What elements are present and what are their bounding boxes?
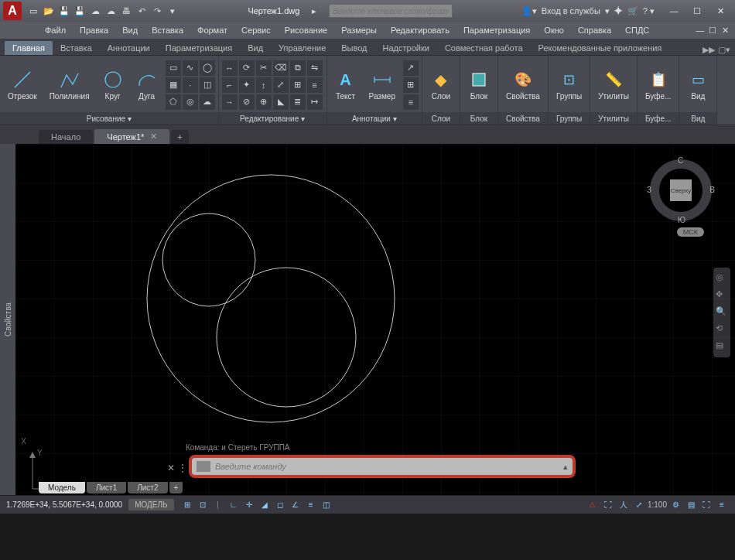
viewcube-south[interactable]: Ю bbox=[678, 216, 685, 224]
filetab-drawing1[interactable]: Чертеж1*✕ bbox=[94, 129, 169, 144]
properties-button[interactable]: 🎨Свойства bbox=[501, 67, 545, 102]
annotation-visibility-icon[interactable]: 人 bbox=[617, 498, 631, 512]
mtext-icon[interactable]: ≡ bbox=[403, 94, 419, 110]
groups-button[interactable]: ⊡Группы bbox=[552, 67, 586, 102]
annotation-autoscale-icon[interactable]: ⤢ bbox=[632, 498, 646, 512]
annotation-monitor-icon[interactable]: ⚠ bbox=[586, 498, 600, 512]
line-button[interactable]: Отрезок bbox=[3, 67, 42, 102]
arc-button[interactable]: Дуга bbox=[132, 67, 162, 102]
rotate-icon[interactable]: ⟳ bbox=[239, 60, 255, 76]
grid-toggle-icon[interactable]: ⊞ bbox=[180, 498, 194, 512]
rect-icon[interactable]: ▭ bbox=[166, 60, 181, 76]
ortho-toggle-icon[interactable]: ∟ bbox=[227, 498, 241, 512]
utilities-button[interactable]: 📏Утилиты bbox=[593, 67, 634, 102]
polyline-button[interactable]: Полилиния bbox=[45, 67, 94, 102]
panel-props-title[interactable]: Свойства bbox=[498, 112, 548, 125]
scale-icon[interactable]: ⤢ bbox=[273, 77, 289, 93]
explode-icon[interactable]: ✦ bbox=[239, 77, 255, 93]
align-icon[interactable]: ≣ bbox=[290, 94, 306, 110]
menu-edit[interactable]: Правка bbox=[74, 24, 115, 36]
ribbon-tab-output[interactable]: Вывод bbox=[333, 41, 374, 55]
menu-draw[interactable]: Рисование bbox=[279, 24, 333, 36]
erase-icon[interactable]: ⌫ bbox=[273, 60, 289, 76]
menu-insert[interactable]: Вставка bbox=[145, 24, 190, 36]
offset-icon[interactable]: ≡ bbox=[307, 77, 323, 93]
donut-icon[interactable]: ◎ bbox=[183, 94, 198, 110]
panel-draw-title[interactable]: Рисование ▾ bbox=[0, 112, 218, 125]
ribbon-tab-parametric[interactable]: Параметризация bbox=[158, 41, 240, 55]
search-input[interactable] bbox=[329, 4, 453, 18]
block-button[interactable]: Блок bbox=[463, 67, 494, 102]
qat-dropdown-icon[interactable]: ▾ bbox=[166, 4, 179, 18]
layers-button[interactable]: ◆Слои bbox=[426, 67, 456, 102]
leader-icon[interactable]: ↗ bbox=[403, 60, 419, 76]
panel-layers-title[interactable]: Слои bbox=[422, 112, 460, 125]
menu-parametric[interactable]: Параметризация bbox=[457, 24, 536, 36]
ribbon-tab-manage[interactable]: Управление bbox=[271, 41, 333, 55]
ribbon-tab-addins[interactable]: Надстройки bbox=[375, 41, 437, 55]
undo-icon[interactable]: ↶ bbox=[135, 4, 149, 18]
panel-clip-title[interactable]: Буфе... bbox=[638, 112, 679, 125]
ribbon-tab-home[interactable]: Главная bbox=[5, 41, 53, 55]
saveas-icon[interactable]: 💾 bbox=[73, 4, 87, 18]
menu-window[interactable]: Окно bbox=[538, 24, 570, 36]
view-button[interactable]: ▭Вид bbox=[682, 67, 713, 102]
model-space-toggle[interactable]: МОДЕЛЬ bbox=[128, 499, 173, 510]
command-recent-icon[interactable]: ▴ bbox=[563, 462, 568, 472]
hatch-icon[interactable]: ▦ bbox=[166, 77, 181, 93]
maximize-button[interactable]: ☐ bbox=[685, 2, 709, 19]
copy-icon[interactable]: ⧉ bbox=[290, 60, 306, 76]
clean-screen-icon[interactable]: ⛶ bbox=[699, 498, 713, 512]
cloud-save-icon[interactable]: ☁ bbox=[104, 4, 118, 18]
coordinates-display[interactable]: 1.7269E+34, 5.5067E+34, 0.0000 bbox=[6, 500, 122, 509]
panel-block-title[interactable]: Блок bbox=[460, 112, 497, 125]
ribbon-tab-view[interactable]: Вид bbox=[240, 41, 271, 55]
table-icon[interactable]: ⊞ bbox=[403, 77, 419, 93]
viewcube[interactable]: Сверху С Ю В З bbox=[650, 159, 712, 221]
dimension-button[interactable]: Размер bbox=[364, 67, 400, 102]
nav-orbit-icon[interactable]: ⟲ bbox=[716, 323, 728, 336]
menu-view[interactable]: Вид bbox=[116, 24, 144, 36]
wcs-badge[interactable]: МСК bbox=[677, 227, 704, 237]
mdi-minimize-icon[interactable]: — bbox=[695, 25, 706, 36]
menu-spds[interactable]: СПДС bbox=[619, 24, 655, 36]
mdi-restore-icon[interactable]: ☐ bbox=[707, 25, 718, 36]
ribbon-collapse-icon[interactable]: ▢▾ bbox=[718, 45, 730, 55]
filetab-start[interactable]: Начало bbox=[39, 130, 93, 144]
panel-groups-title[interactable]: Группы bbox=[549, 112, 590, 125]
ribbon-tab-insert[interactable]: Вставка bbox=[53, 41, 100, 55]
annotation-scale-icon[interactable]: ⛶ bbox=[601, 498, 615, 512]
ellipse-icon[interactable]: ◯ bbox=[200, 60, 215, 76]
polar-toggle-icon[interactable]: ✛ bbox=[242, 498, 256, 512]
redo-icon[interactable]: ↷ bbox=[150, 4, 164, 18]
drawing-canvas[interactable]: Сверху С Ю В З МСК ◎ ✥ 🔍 ⟲ ▤ Y X Команда… bbox=[15, 144, 735, 495]
app-logo[interactable]: A bbox=[3, 2, 22, 20]
trim-icon[interactable]: ✂ bbox=[256, 60, 272, 76]
title-search-icon[interactable]: ▸ bbox=[307, 4, 321, 18]
viewcube-top[interactable]: Сверху bbox=[670, 179, 692, 201]
polygon-icon[interactable]: ⬠ bbox=[166, 94, 181, 110]
viewcube-north[interactable]: С bbox=[678, 156, 683, 165]
close-button[interactable]: ✕ bbox=[709, 2, 732, 19]
point-icon[interactable]: · bbox=[183, 77, 198, 93]
panel-modify-title[interactable]: Редактирование ▾ bbox=[219, 112, 326, 125]
panel-view-title[interactable]: Вид bbox=[679, 112, 716, 125]
revcloud-icon[interactable]: ☁ bbox=[200, 94, 215, 110]
cmdline-handle-icon[interactable]: ⋮ bbox=[178, 463, 187, 473]
cart-icon[interactable]: 🛒 bbox=[627, 6, 638, 16]
layout-tab-add[interactable]: + bbox=[169, 482, 183, 493]
scale-display[interactable]: 1:100 bbox=[648, 500, 667, 509]
layout-tab-sheet2[interactable]: Лист2 bbox=[128, 482, 167, 493]
layout-tab-sheet1[interactable]: Лист1 bbox=[87, 482, 126, 493]
nav-showmotion-icon[interactable]: ▤ bbox=[716, 340, 728, 353]
text-button[interactable]: AТекст bbox=[330, 67, 361, 102]
stretch-icon[interactable]: ↕ bbox=[256, 77, 272, 93]
cmdline-close-icon[interactable]: ✕ bbox=[167, 463, 175, 473]
command-prompt-icon[interactable] bbox=[197, 461, 210, 472]
menu-help[interactable]: Справка bbox=[572, 24, 617, 36]
menu-dimension[interactable]: Размеры bbox=[335, 24, 383, 36]
ribbon-tab-featured[interactable]: Рекомендованные приложения bbox=[531, 41, 670, 55]
layout-tab-model[interactable]: Модель bbox=[39, 482, 85, 493]
lineweight-toggle-icon[interactable]: ≡ bbox=[304, 498, 318, 512]
clipboard-button[interactable]: 📋Буфе... bbox=[641, 67, 675, 102]
